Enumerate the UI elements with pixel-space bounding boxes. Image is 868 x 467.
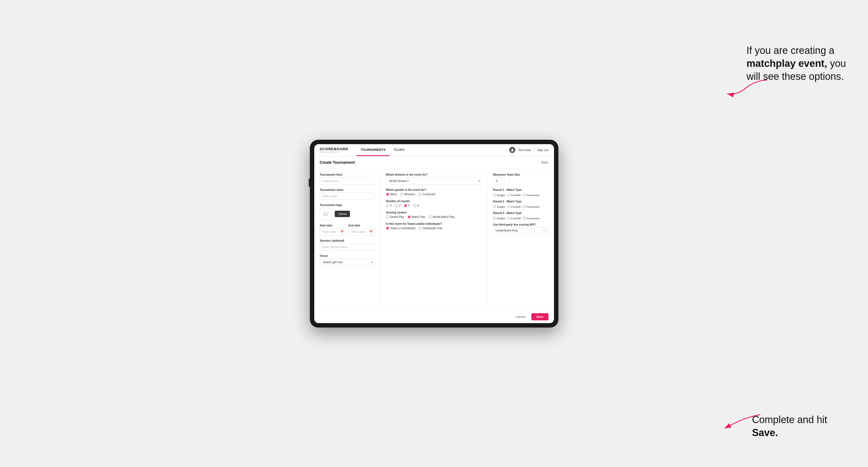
division-select-wrapper: NCAA Division I	[386, 178, 482, 185]
back-button[interactable]: ← Back	[538, 161, 549, 164]
upload-button[interactable]: Upload	[335, 211, 350, 217]
annotation-bottom: Complete and hit Save.	[752, 413, 851, 439]
gender-womens-label: Womens	[404, 193, 415, 196]
event-individuals-option[interactable]: Individuals Only	[419, 227, 442, 230]
rounds-radio-group: 1 2 3 4	[386, 204, 482, 207]
gender-combined-radio[interactable]	[418, 193, 422, 196]
event-teams-label: Teams (+Individuals)	[390, 227, 415, 230]
top-arrow	[716, 77, 771, 99]
nav-links: TOURNAMENTS TEAMS	[356, 144, 408, 156]
round1-label: Round 1 - Match Type	[493, 188, 549, 191]
form-container: Create Tournament ← Back Tournament Host…	[314, 156, 554, 323]
page-title: Create Tournament	[320, 160, 355, 165]
round1-foursomes-option[interactable]: Foursomes	[523, 194, 539, 197]
signout-link[interactable]: Sign out	[537, 148, 548, 152]
tournament-host-label: Tournament Host	[320, 173, 375, 176]
api-chevron: ▾	[545, 229, 546, 232]
right-column: Maximum Team Size Round 1 - Match Type S…	[488, 169, 554, 310]
logo-sub: Powered by clippit	[320, 151, 348, 153]
sponsor-input[interactable]	[320, 244, 375, 250]
round1-fourball-label: Fourball	[511, 194, 521, 197]
scoring-stroke-option[interactable]: Stroke Play	[386, 215, 404, 218]
rounds-2-option[interactable]: 2	[395, 204, 401, 207]
event-teams-option[interactable]: Teams (+Individuals)	[386, 227, 415, 230]
rounds-4-radio[interactable]	[413, 204, 416, 207]
round1-fourball-option[interactable]: Fourball	[507, 194, 521, 197]
event-individuals-radio[interactable]	[419, 227, 422, 230]
gender-mens-radio[interactable]	[386, 193, 389, 196]
rounds-1-radio[interactable]	[386, 204, 389, 207]
gender-radio-group: Mens Womens Combined	[386, 193, 482, 196]
round2-fourball-option[interactable]: Fourball	[507, 205, 521, 208]
round1-singles-option[interactable]: Singles	[493, 194, 505, 197]
start-date-input[interactable]	[320, 228, 346, 235]
round1-foursomes-radio[interactable]	[523, 194, 526, 196]
event-type-group: Is this event for Teams and/or Individua…	[386, 222, 482, 230]
scoring-match-option[interactable]: Match Play	[408, 215, 425, 218]
round3-fourball-radio[interactable]	[507, 217, 510, 220]
max-team-size-input[interactable]	[493, 178, 510, 185]
scoring-label: Scoring system	[386, 211, 482, 214]
round3-foursomes-option[interactable]: Foursomes	[523, 217, 539, 220]
round3-fourball-option[interactable]: Fourball	[507, 217, 521, 220]
end-date-input[interactable]	[348, 228, 375, 235]
left-column: Tournament Host Tournament name Tourname…	[314, 169, 380, 310]
event-individuals-label: Individuals Only	[423, 227, 442, 230]
scoring-stroke-radio[interactable]	[386, 215, 389, 218]
side-button	[309, 178, 310, 187]
division-label: Which division is the event for?	[386, 173, 482, 176]
venue-select[interactable]: Search golf club	[320, 259, 375, 266]
nav-bar: SCOREBOARD Powered by clippit TOURNAMENT…	[314, 144, 554, 156]
rounds-1-option[interactable]: 1	[386, 204, 392, 207]
round2-foursomes-label: Foursomes	[526, 205, 539, 208]
logo-area: SCOREBOARD Powered by clippit	[320, 147, 348, 153]
gender-womens-radio[interactable]	[400, 193, 403, 196]
api-x[interactable]: ×	[542, 229, 544, 232]
tournament-name-group: Tournament name	[320, 188, 375, 200]
tournament-name-label: Tournament name	[320, 188, 375, 191]
tournament-name-input[interactable]	[320, 193, 375, 200]
cancel-button[interactable]: Cancel	[513, 313, 529, 320]
event-teams-radio[interactable]	[386, 227, 389, 230]
round2-fourball-radio[interactable]	[507, 205, 510, 208]
round2-label: Round 2 - Match Type	[493, 200, 549, 203]
gender-label: Which gender is the event for?	[386, 188, 482, 191]
api-select-wrapper[interactable]: Leaderboard King × ▾	[493, 227, 549, 234]
round1-singles-radio[interactable]	[493, 194, 496, 196]
rounds-3-radio[interactable]	[404, 204, 407, 207]
gender-mens-option[interactable]: Mens	[386, 193, 397, 196]
rounds-2-radio[interactable]	[395, 204, 398, 207]
round2-foursomes-option[interactable]: Foursomes	[523, 205, 539, 208]
round1-section: Round 1 - Match Type Singles Fourball	[493, 188, 549, 197]
sponsor-group: Sponsor (optional)	[320, 239, 375, 250]
round3-foursomes-radio[interactable]	[523, 217, 526, 220]
round1-foursomes-label: Foursomes	[526, 194, 539, 197]
gender-womens-option[interactable]: Womens	[400, 193, 415, 196]
round3-singles-radio[interactable]	[493, 217, 496, 220]
round2-singles-radio[interactable]	[493, 205, 496, 208]
round1-fourball-radio[interactable]	[507, 194, 510, 196]
rounds-4-option[interactable]: 4	[413, 204, 419, 207]
scoring-match-radio[interactable]	[408, 215, 411, 218]
round3-singles-option[interactable]: Singles	[493, 217, 505, 220]
round1-match-type-options: Singles Fourball Foursomes	[493, 194, 549, 197]
scoring-medal-radio[interactable]	[429, 215, 432, 218]
nav-tournaments[interactable]: TOURNAMENTS	[356, 144, 390, 156]
division-select[interactable]: NCAA Division I	[386, 178, 482, 185]
api-group: Use third-party live scoring API? Leader…	[493, 223, 549, 234]
rounds-4-label: 4	[417, 204, 419, 207]
api-label: Use third-party live scoring API?	[493, 223, 549, 226]
gender-combined-option[interactable]: Combined	[418, 193, 435, 196]
tablet-screen: SCOREBOARD Powered by clippit TOURNAMENT…	[314, 144, 554, 323]
api-close[interactable]: × ▾	[542, 229, 546, 232]
scoring-medal-option[interactable]: Medal Match Play	[429, 215, 455, 218]
rounds-3-option[interactable]: 3	[404, 204, 410, 207]
nav-teams[interactable]: TEAMS	[390, 144, 408, 156]
round2-foursomes-radio[interactable]	[523, 205, 526, 208]
start-date-group: Start date	[320, 224, 346, 235]
round1-singles-label: Singles	[497, 194, 505, 197]
save-button[interactable]: Save	[531, 313, 549, 320]
gender-combined-label: Combined	[423, 193, 435, 196]
tournament-host-input[interactable]	[320, 178, 375, 185]
round2-singles-option[interactable]: Singles	[493, 205, 505, 208]
